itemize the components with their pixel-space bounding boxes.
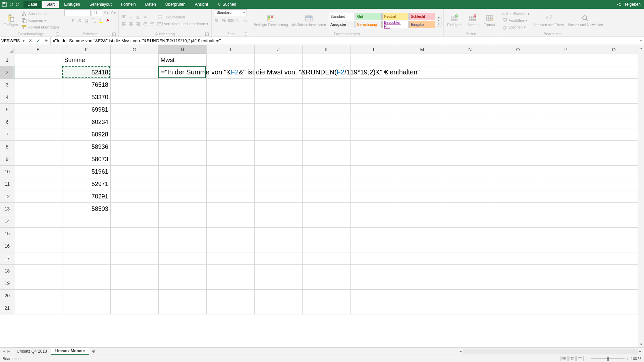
cell-F14[interactable] [62, 215, 110, 228]
cell-N17[interactable] [446, 252, 494, 265]
align-bottom-button[interactable] [135, 14, 141, 20]
cell-I9[interactable] [207, 153, 255, 166]
cell-F15[interactable] [62, 228, 110, 240]
cell-G8[interactable] [110, 141, 158, 153]
redo-icon[interactable] [15, 2, 20, 7]
cell-N5[interactable] [446, 104, 494, 116]
cell-H10[interactable] [158, 166, 207, 178]
expand-formula-bar-button[interactable]: ▾ [638, 37, 644, 45]
cell-I19[interactable] [207, 277, 255, 290]
cell-K5[interactable] [302, 104, 350, 116]
cell-M9[interactable] [398, 153, 446, 166]
cell-H20[interactable] [158, 290, 207, 302]
cell-P13[interactable] [542, 203, 590, 215]
cell-I13[interactable] [207, 203, 255, 215]
save-icon[interactable] [2, 2, 7, 7]
sheet-nav-buttons[interactable]: ◄► [0, 348, 13, 355]
cell-F7[interactable]: 60928 [62, 128, 110, 141]
cell-Q2[interactable] [590, 66, 638, 79]
style-standard[interactable]: Standard [329, 13, 355, 20]
cell-L11[interactable] [350, 178, 398, 190]
cell-J14[interactable] [255, 215, 303, 228]
cell-H8[interactable] [158, 141, 207, 153]
cell-P19[interactable] [542, 277, 590, 290]
cell-J18[interactable] [255, 265, 303, 277]
cell-F18[interactable] [62, 265, 110, 277]
bold-button[interactable]: F [70, 17, 76, 23]
row-header-3[interactable]: 3 [0, 79, 14, 91]
align-right-button[interactable] [135, 21, 141, 27]
cell-H15[interactable] [158, 228, 207, 240]
font-size-input[interactable] [92, 9, 102, 16]
cell-styles-gallery[interactable]: Standard Gut Neutral Schlecht Ausgabe Be… [329, 13, 435, 28]
cell-G16[interactable] [110, 240, 158, 252]
cell-Q20[interactable] [590, 290, 638, 302]
cell-M4[interactable] [398, 91, 446, 104]
tab-daten[interactable]: Daten [141, 1, 160, 8]
cell-M8[interactable] [398, 141, 446, 153]
cell-E16[interactable] [14, 240, 62, 252]
undo-icon[interactable] [9, 2, 13, 7]
cell-E6[interactable] [14, 116, 62, 128]
cell-L10[interactable] [350, 166, 398, 178]
cell-H7[interactable] [158, 128, 207, 141]
cell-P11[interactable] [542, 178, 590, 190]
cell-L8[interactable] [350, 141, 398, 153]
underline-button[interactable]: U [84, 17, 90, 23]
cell-L13[interactable] [350, 203, 398, 215]
cell-H18[interactable] [158, 265, 207, 277]
cell-O13[interactable] [494, 203, 542, 215]
cell-F4[interactable]: 53370 [62, 91, 110, 104]
cell-G14[interactable] [110, 215, 158, 228]
tab-formeln[interactable]: Formeln [117, 1, 140, 8]
enter-formula-button[interactable]: ✓ [34, 38, 42, 43]
cell-I20[interactable] [207, 290, 255, 302]
cell-G6[interactable] [110, 116, 158, 128]
row-header-20[interactable]: 20 [0, 290, 14, 302]
wrap-text-button[interactable]: Textumbruch [156, 14, 210, 20]
cell-G1[interactable] [110, 54, 158, 66]
cell-I11[interactable] [207, 178, 255, 190]
cell-N8[interactable] [446, 141, 494, 153]
cell-M11[interactable] [398, 178, 446, 190]
cell-E9[interactable] [14, 153, 62, 166]
cell-I16[interactable] [207, 240, 255, 252]
cell-J15[interactable] [255, 228, 303, 240]
row-header-9[interactable]: 9 [0, 153, 14, 166]
cell-J8[interactable] [255, 141, 303, 153]
cell-N6[interactable] [446, 116, 494, 128]
column-header-Q[interactable]: Q [590, 45, 638, 54]
cell-E14[interactable] [14, 215, 62, 228]
tab-seitenlayout[interactable]: Seitenlayout [86, 1, 116, 8]
cell-M12[interactable] [398, 190, 446, 203]
cell-O14[interactable] [494, 215, 542, 228]
cell-P18[interactable] [542, 265, 590, 277]
cell-G4[interactable] [110, 91, 158, 104]
cell-O3[interactable] [494, 79, 542, 91]
delete-cells-button[interactable]: Löschen [464, 13, 481, 27]
dialog-launcher-icon[interactable]: ⌐ [112, 33, 116, 36]
cell-E15[interactable] [14, 228, 62, 240]
cell-P9[interactable] [542, 153, 590, 166]
cell-E11[interactable] [14, 178, 62, 190]
cell-Q8[interactable] [590, 141, 638, 153]
row-header-12[interactable]: 12 [0, 190, 14, 203]
cell-N15[interactable] [446, 228, 494, 240]
cell-L19[interactable] [350, 277, 398, 290]
cell-E2[interactable] [14, 66, 62, 79]
row-header-2[interactable]: 2 [0, 66, 14, 79]
cell-G3[interactable] [110, 79, 158, 91]
cell-K6[interactable] [302, 116, 350, 128]
increase-decimal-button[interactable]: ,0,00 [235, 17, 241, 23]
select-all-button[interactable] [0, 45, 14, 54]
cell-N1[interactable] [446, 54, 494, 66]
zoom-out-button[interactable]: − [587, 357, 589, 361]
align-center-button[interactable] [128, 21, 134, 27]
cell-Q16[interactable] [590, 240, 638, 252]
style-schlecht[interactable]: Schlecht [409, 13, 435, 20]
cell-N3[interactable] [446, 79, 494, 91]
vertical-scrollbar[interactable]: ▲ ▼ [638, 45, 644, 347]
cell-J19[interactable] [255, 277, 303, 290]
cell-F3[interactable]: 76518 [62, 79, 110, 91]
cell-F13[interactable]: 58503 [62, 203, 110, 215]
